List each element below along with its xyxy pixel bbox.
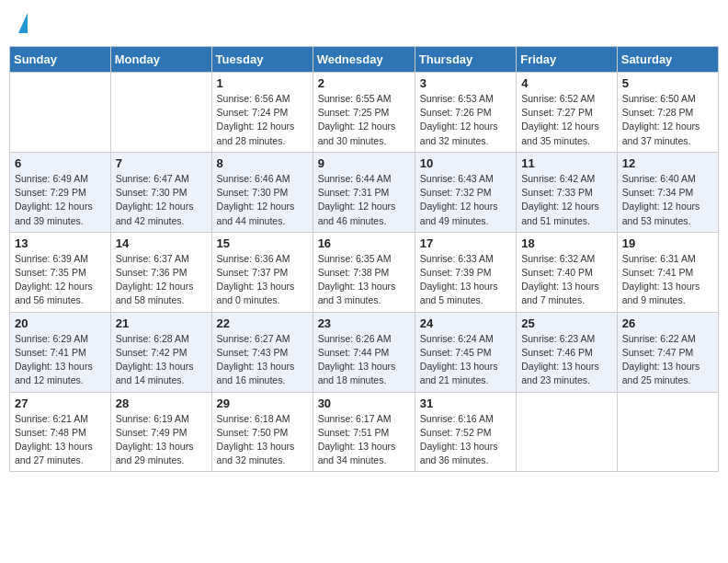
day-info: Sunrise: 6:56 AM Sunset: 7:24 PM Dayligh…: [217, 92, 308, 148]
day-number: 2: [318, 76, 410, 90]
col-header-tuesday: Tuesday: [211, 47, 313, 73]
day-number: 28: [116, 396, 207, 410]
calendar-cell: 15Sunrise: 6:36 AM Sunset: 7:37 PM Dayli…: [211, 232, 313, 312]
day-number: 24: [420, 316, 511, 330]
day-number: 31: [420, 396, 511, 410]
day-info: Sunrise: 6:24 AM Sunset: 7:45 PM Dayligh…: [420, 332, 511, 388]
calendar-cell: 3Sunrise: 6:53 AM Sunset: 7:26 PM Daylig…: [415, 73, 516, 153]
calendar-cell: [10, 73, 111, 153]
week-row-1: 1Sunrise: 6:56 AM Sunset: 7:24 PM Daylig…: [10, 73, 719, 153]
day-number: 9: [318, 156, 410, 170]
day-number: 22: [217, 316, 308, 330]
day-info: Sunrise: 6:26 AM Sunset: 7:44 PM Dayligh…: [318, 332, 410, 388]
day-info: Sunrise: 6:36 AM Sunset: 7:37 PM Dayligh…: [217, 252, 308, 308]
calendar-cell: 9Sunrise: 6:44 AM Sunset: 7:31 PM Daylig…: [313, 152, 415, 232]
col-header-saturday: Saturday: [617, 47, 718, 73]
day-number: 21: [116, 316, 207, 330]
day-number: 12: [622, 156, 713, 170]
day-info: Sunrise: 6:44 AM Sunset: 7:31 PM Dayligh…: [318, 172, 410, 228]
day-number: 6: [15, 156, 106, 170]
week-row-4: 20Sunrise: 6:29 AM Sunset: 7:41 PM Dayli…: [10, 312, 719, 392]
day-number: 30: [318, 396, 410, 410]
day-info: Sunrise: 6:33 AM Sunset: 7:39 PM Dayligh…: [420, 252, 511, 308]
logo: [17, 13, 28, 35]
calendar-header-row: SundayMondayTuesdayWednesdayThursdayFrid…: [10, 47, 719, 73]
day-info: Sunrise: 6:18 AM Sunset: 7:50 PM Dayligh…: [217, 412, 308, 468]
day-number: 16: [318, 236, 410, 250]
calendar-cell: 4Sunrise: 6:52 AM Sunset: 7:27 PM Daylig…: [517, 73, 618, 153]
day-info: Sunrise: 6:47 AM Sunset: 7:30 PM Dayligh…: [116, 172, 207, 228]
day-info: Sunrise: 6:42 AM Sunset: 7:33 PM Dayligh…: [521, 172, 612, 228]
day-info: Sunrise: 6:19 AM Sunset: 7:49 PM Dayligh…: [116, 412, 207, 468]
calendar-cell: [617, 392, 718, 472]
calendar-cell: 21Sunrise: 6:28 AM Sunset: 7:42 PM Dayli…: [110, 312, 211, 392]
calendar-cell: 10Sunrise: 6:43 AM Sunset: 7:32 PM Dayli…: [415, 152, 516, 232]
day-info: Sunrise: 6:16 AM Sunset: 7:52 PM Dayligh…: [420, 412, 511, 468]
calendar-cell: 19Sunrise: 6:31 AM Sunset: 7:41 PM Dayli…: [617, 232, 718, 312]
calendar-cell: 13Sunrise: 6:39 AM Sunset: 7:35 PM Dayli…: [10, 232, 111, 312]
day-info: Sunrise: 6:55 AM Sunset: 7:25 PM Dayligh…: [318, 92, 410, 148]
day-number: 1: [217, 76, 308, 90]
day-number: 8: [217, 156, 308, 170]
calendar-cell: 12Sunrise: 6:40 AM Sunset: 7:34 PM Dayli…: [617, 152, 718, 232]
calendar-cell: 16Sunrise: 6:35 AM Sunset: 7:38 PM Dayli…: [313, 232, 415, 312]
day-info: Sunrise: 6:31 AM Sunset: 7:41 PM Dayligh…: [622, 252, 713, 308]
day-info: Sunrise: 6:32 AM Sunset: 7:40 PM Dayligh…: [521, 252, 612, 308]
day-number: 4: [521, 76, 612, 90]
calendar-cell: 29Sunrise: 6:18 AM Sunset: 7:50 PM Dayli…: [211, 392, 313, 472]
calendar-cell: 27Sunrise: 6:21 AM Sunset: 7:48 PM Dayli…: [10, 392, 111, 472]
calendar-cell: 20Sunrise: 6:29 AM Sunset: 7:41 PM Dayli…: [10, 312, 111, 392]
header: [9, 9, 719, 39]
day-number: 3: [420, 76, 511, 90]
day-number: 25: [521, 316, 612, 330]
day-number: 7: [116, 156, 207, 170]
calendar-cell: 8Sunrise: 6:46 AM Sunset: 7:30 PM Daylig…: [211, 152, 313, 232]
day-info: Sunrise: 6:28 AM Sunset: 7:42 PM Dayligh…: [116, 332, 207, 388]
calendar-cell: 31Sunrise: 6:16 AM Sunset: 7:52 PM Dayli…: [415, 392, 516, 472]
col-header-thursday: Thursday: [415, 47, 516, 73]
day-info: Sunrise: 6:53 AM Sunset: 7:26 PM Dayligh…: [420, 92, 511, 148]
day-info: Sunrise: 6:43 AM Sunset: 7:32 PM Dayligh…: [420, 172, 511, 228]
day-info: Sunrise: 6:40 AM Sunset: 7:34 PM Dayligh…: [622, 172, 713, 228]
day-info: Sunrise: 6:49 AM Sunset: 7:29 PM Dayligh…: [15, 172, 106, 228]
col-header-sunday: Sunday: [10, 47, 111, 73]
day-info: Sunrise: 6:29 AM Sunset: 7:41 PM Dayligh…: [15, 332, 106, 388]
calendar-cell: 18Sunrise: 6:32 AM Sunset: 7:40 PM Dayli…: [517, 232, 618, 312]
day-number: 17: [420, 236, 511, 250]
logo-triangle-icon: [18, 13, 28, 33]
day-info: Sunrise: 6:50 AM Sunset: 7:28 PM Dayligh…: [622, 92, 713, 148]
day-info: Sunrise: 6:35 AM Sunset: 7:38 PM Dayligh…: [318, 252, 410, 308]
day-number: 23: [318, 316, 410, 330]
calendar-cell: 5Sunrise: 6:50 AM Sunset: 7:28 PM Daylig…: [617, 73, 718, 153]
col-header-wednesday: Wednesday: [313, 47, 415, 73]
day-info: Sunrise: 6:23 AM Sunset: 7:46 PM Dayligh…: [521, 332, 612, 388]
calendar-cell: 30Sunrise: 6:17 AM Sunset: 7:51 PM Dayli…: [313, 392, 415, 472]
day-info: Sunrise: 6:27 AM Sunset: 7:43 PM Dayligh…: [217, 332, 308, 388]
calendar-cell: 17Sunrise: 6:33 AM Sunset: 7:39 PM Dayli…: [415, 232, 516, 312]
calendar-cell: 7Sunrise: 6:47 AM Sunset: 7:30 PM Daylig…: [110, 152, 211, 232]
col-header-friday: Friday: [517, 47, 618, 73]
day-number: 10: [420, 156, 511, 170]
day-number: 29: [217, 396, 308, 410]
day-info: Sunrise: 6:17 AM Sunset: 7:51 PM Dayligh…: [318, 412, 410, 468]
calendar-cell: 6Sunrise: 6:49 AM Sunset: 7:29 PM Daylig…: [10, 152, 111, 232]
week-row-3: 13Sunrise: 6:39 AM Sunset: 7:35 PM Dayli…: [10, 232, 719, 312]
calendar-cell: 1Sunrise: 6:56 AM Sunset: 7:24 PM Daylig…: [211, 73, 313, 153]
calendar-cell: 26Sunrise: 6:22 AM Sunset: 7:47 PM Dayli…: [617, 312, 718, 392]
calendar-cell: 11Sunrise: 6:42 AM Sunset: 7:33 PM Dayli…: [517, 152, 618, 232]
day-number: 27: [15, 396, 106, 410]
calendar-cell: 2Sunrise: 6:55 AM Sunset: 7:25 PM Daylig…: [313, 73, 415, 153]
calendar-cell: [110, 73, 211, 153]
calendar-cell: 22Sunrise: 6:27 AM Sunset: 7:43 PM Dayli…: [211, 312, 313, 392]
day-info: Sunrise: 6:22 AM Sunset: 7:47 PM Dayligh…: [622, 332, 713, 388]
calendar-table: SundayMondayTuesdayWednesdayThursdayFrid…: [9, 46, 719, 472]
col-header-monday: Monday: [110, 47, 211, 73]
calendar-cell: 14Sunrise: 6:37 AM Sunset: 7:36 PM Dayli…: [110, 232, 211, 312]
day-info: Sunrise: 6:21 AM Sunset: 7:48 PM Dayligh…: [15, 412, 106, 468]
day-number: 13: [15, 236, 106, 250]
week-row-5: 27Sunrise: 6:21 AM Sunset: 7:48 PM Dayli…: [10, 392, 719, 472]
calendar-cell: [517, 392, 618, 472]
day-number: 14: [116, 236, 207, 250]
day-number: 5: [622, 76, 713, 90]
calendar-cell: 25Sunrise: 6:23 AM Sunset: 7:46 PM Dayli…: [517, 312, 618, 392]
